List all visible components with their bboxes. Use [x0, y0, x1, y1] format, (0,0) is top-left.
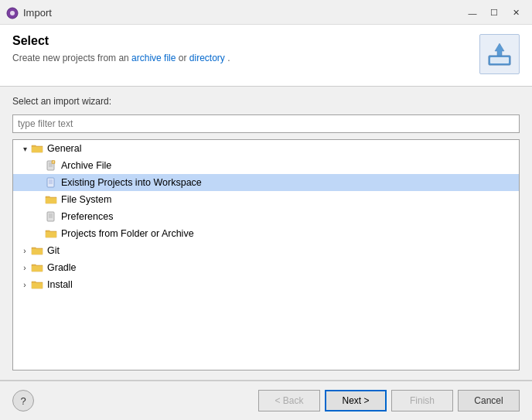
- window-title: Import: [23, 7, 52, 19]
- import-icon: [479, 34, 520, 74]
- tree-item-projects-from-folder[interactable]: Projects from Folder or Archive: [13, 225, 519, 242]
- header-description: Create new projects from an archive file…: [12, 53, 230, 63]
- app-icon: [6, 7, 19, 19]
- file-icon-preferences: [44, 210, 58, 223]
- file-icon-archive: Z: [44, 159, 58, 172]
- folder-icon-gradle: [30, 261, 44, 274]
- footer-right: < Back Next > Finish Cancel: [258, 390, 520, 411]
- header-text: Select Create new projects from an archi…: [12, 34, 230, 63]
- svg-rect-15: [47, 212, 54, 221]
- svg-rect-11: [47, 178, 54, 187]
- tree-container: ▾ General: [12, 139, 520, 370]
- content-area: Select an import wizard: ▾ General: [0, 87, 532, 380]
- tree-item-git[interactable]: › Git: [13, 242, 519, 259]
- tree-label-gradle: Gradle: [47, 262, 77, 273]
- svg-text:Z: Z: [53, 161, 54, 164]
- page-title: Select: [12, 34, 230, 48]
- minimize-button[interactable]: —: [462, 5, 483, 21]
- tree-item-archive-file[interactable]: Z Archive File: [13, 157, 519, 174]
- tree-item-existing-projects[interactable]: Existing Projects into Workspace: [13, 174, 519, 191]
- tree-item-file-system[interactable]: File System: [13, 191, 519, 208]
- folder-icon-general: [30, 142, 44, 155]
- tree-scroll[interactable]: ▾ General: [13, 140, 519, 370]
- archive-file-link[interactable]: archive file: [131, 53, 176, 63]
- svg-point-1: [10, 11, 15, 15]
- close-button[interactable]: ✕: [506, 5, 526, 21]
- svg-rect-3: [490, 57, 509, 63]
- toggle-general[interactable]: ▾: [19, 145, 30, 153]
- svg-marker-4: [495, 43, 504, 56]
- tree-item-install[interactable]: › Install: [13, 276, 519, 293]
- cancel-button[interactable]: Cancel: [458, 390, 520, 411]
- title-bar-controls: — ☐ ✕: [462, 5, 526, 21]
- wizard-label: Select an import wizard:: [12, 96, 520, 107]
- tree-label-existing-projects: Existing Projects into Workspace: [61, 177, 202, 188]
- title-bar: Import — ☐ ✕: [0, 0, 532, 25]
- tree-label-general: General: [47, 143, 81, 154]
- back-button[interactable]: < Back: [258, 390, 320, 411]
- directory-link[interactable]: directory: [189, 53, 225, 63]
- filter-input[interactable]: [12, 114, 520, 133]
- footer-left: ?: [12, 390, 34, 411]
- tree-item-general[interactable]: ▾ General: [13, 140, 519, 157]
- footer: ? < Back Next > Finish Cancel: [0, 380, 532, 420]
- tree-label-preferences: Preferences: [61, 211, 113, 222]
- toggle-install[interactable]: ›: [19, 281, 30, 289]
- folder-icon-projects: [44, 227, 58, 240]
- finish-button[interactable]: Finish: [391, 390, 453, 411]
- import-svg-icon: [486, 40, 513, 68]
- toggle-git[interactable]: ›: [19, 247, 30, 255]
- folder-icon-file-system: [44, 193, 58, 206]
- help-button[interactable]: ?: [12, 390, 34, 411]
- tree-label-install: Install: [47, 279, 73, 290]
- tree-label-archive-file: Archive File: [61, 160, 111, 171]
- tree-label-projects-from-folder: Projects from Folder or Archive: [61, 228, 194, 239]
- tree-item-gradle[interactable]: › Gradle: [13, 259, 519, 276]
- toggle-gradle[interactable]: ›: [19, 264, 30, 272]
- file-icon-existing-projects: [44, 176, 58, 189]
- maximize-button[interactable]: ☐: [484, 5, 504, 21]
- title-bar-left: Import: [6, 7, 52, 19]
- next-button[interactable]: Next >: [325, 390, 387, 411]
- folder-icon-install: [30, 278, 44, 291]
- tree-item-preferences[interactable]: Preferences: [13, 208, 519, 225]
- tree-label-file-system: File System: [61, 194, 111, 205]
- folder-icon-git: [30, 244, 44, 257]
- tree-label-git: Git: [47, 245, 60, 256]
- header-area: Select Create new projects from an archi…: [0, 25, 532, 87]
